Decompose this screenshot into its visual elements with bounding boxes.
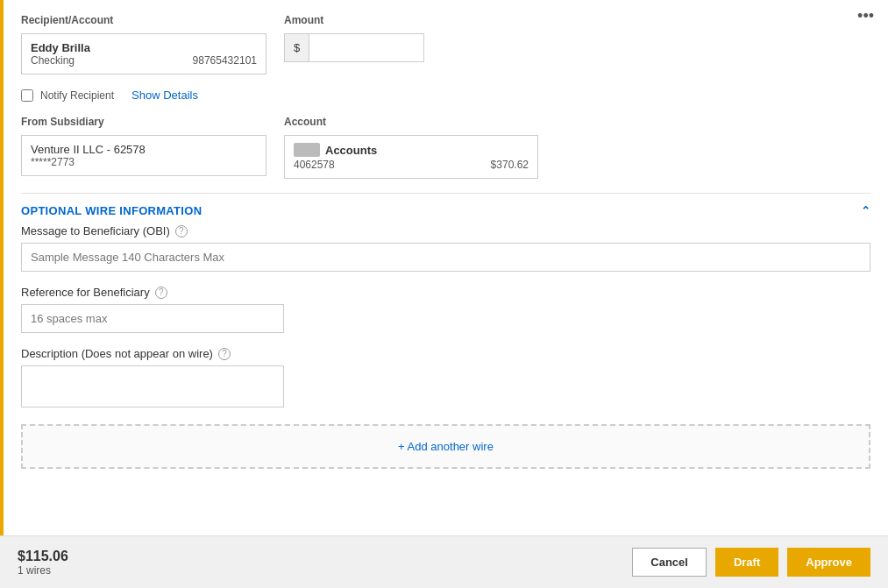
optional-wire-section: OPTIONAL WIRE INFORMATION ⌃ Message to B… (21, 193, 870, 410)
amount-label: Amount (284, 14, 424, 26)
account-header: Accounts (294, 143, 529, 157)
account-select-box[interactable]: Accounts 4062578 $370.62 (284, 135, 538, 179)
recipient-box[interactable]: Eddy Brilla Checking 98765432101 (21, 33, 266, 74)
amount-box: $ 115.06 (284, 33, 424, 62)
message-input[interactable] (21, 243, 870, 272)
currency-symbol: $ (285, 34, 309, 61)
subsidiary-box[interactable]: Venture II LLC - 62578 *****2773 (21, 135, 266, 176)
footer-amount: $115.06 (18, 549, 623, 564)
notify-label: Notify Recipient (40, 89, 114, 102)
recipient-name: Eddy Brilla (31, 41, 257, 54)
account-icon (294, 143, 320, 157)
optional-wire-label: OPTIONAL WIRE INFORMATION (21, 204, 202, 217)
recipient-type: Checking (31, 54, 75, 67)
footer-wires-count: 1 wires (18, 564, 623, 577)
main-content: ••• Recipient/Account Eddy Brilla Checki… (0, 0, 888, 535)
amount-group: Amount $ 115.06 (284, 14, 424, 62)
from-account-row: From Subsidiary Venture II LLC - 62578 *… (21, 116, 870, 179)
notify-row: Notify Recipient Show Details (21, 89, 870, 102)
subsidiary-label: From Subsidiary (21, 116, 266, 128)
amount-input[interactable]: 115.06 (309, 34, 423, 61)
account-group: Account Accounts 4062578 $370.62 (284, 116, 538, 179)
description-help-icon[interactable]: ? (218, 348, 231, 360)
subsidiary-number: *****2773 (31, 156, 257, 168)
account-id: 4062578 (294, 159, 335, 171)
reference-help-icon[interactable]: ? (155, 287, 167, 299)
recipient-amount-row: Recipient/Account Eddy Brilla Checking 9… (21, 14, 870, 74)
description-field: Description (Does not appear on wire) ? (21, 347, 870, 410)
add-another-wire-button[interactable]: + Add another wire (21, 424, 870, 469)
recipient-account-number: 98765432101 (193, 54, 257, 67)
description-input[interactable] (21, 365, 284, 407)
chevron-up-icon: ⌃ (861, 204, 870, 217)
message-label: Message to Beneficiary (OBI) ? (21, 224, 870, 237)
message-field: Message to Beneficiary (OBI) ? (21, 224, 870, 272)
recipient-label: Recipient/Account (21, 14, 266, 26)
draft-button[interactable]: Draft (715, 548, 778, 577)
approve-button[interactable]: Approve (787, 548, 870, 577)
recipient-sub: Checking 98765432101 (31, 54, 257, 67)
footer-total: $115.06 1 wires (18, 549, 623, 577)
cancel-button[interactable]: Cancel (632, 548, 707, 577)
subsidiary-name: Venture II LLC - 62578 (31, 143, 257, 156)
optional-wire-header[interactable]: OPTIONAL WIRE INFORMATION ⌃ (21, 194, 870, 224)
account-name: Accounts (325, 144, 377, 157)
description-label: Description (Does not appear on wire) ? (21, 347, 870, 360)
reference-field: Reference for Beneficiary ? (21, 286, 870, 333)
account-balance: $370.62 (491, 159, 529, 171)
notify-checkbox[interactable] (21, 89, 33, 102)
footer-bar: $115.06 1 wires Cancel Draft Approve (0, 535, 888, 588)
show-details-link[interactable]: Show Details (131, 89, 198, 102)
account-detail: 4062578 $370.62 (294, 159, 529, 171)
subsidiary-group: From Subsidiary Venture II LLC - 62578 *… (21, 116, 266, 179)
reference-label: Reference for Beneficiary ? (21, 286, 870, 299)
recipient-group: Recipient/Account Eddy Brilla Checking 9… (21, 14, 266, 74)
three-dots-menu[interactable]: ••• (857, 7, 874, 25)
reference-input[interactable] (21, 304, 284, 333)
message-help-icon[interactable]: ? (175, 225, 188, 237)
account-label: Account (284, 116, 538, 128)
